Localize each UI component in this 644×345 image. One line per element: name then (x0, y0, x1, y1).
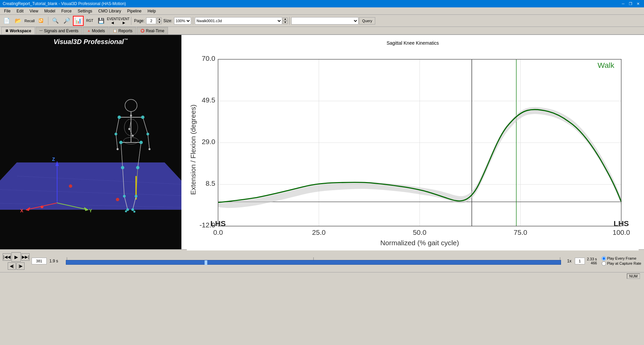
svg-point-6 (116, 198, 119, 201)
svg-point-42 (136, 166, 139, 169)
3d-viewport[interactable]: Visual3D Professional™ Z (0, 35, 181, 249)
svg-text:X: X (20, 208, 24, 213)
rgt-button[interactable]: RGT (84, 16, 95, 26)
event-next-button[interactable]: EVENT▶ (119, 16, 129, 26)
pipeline-button[interactable]: 🔁 (36, 16, 46, 26)
tab-reports[interactable]: 📋 Reports (109, 27, 136, 34)
play-every-frame-label: Play Every Frame (607, 256, 636, 260)
svg-text:0.0: 0.0 (213, 228, 223, 236)
svg-text:29.0: 29.0 (202, 138, 215, 145)
tab-models[interactable]: 🔺 Models (83, 27, 109, 34)
svg-point-13 (41, 206, 43, 208)
menu-view[interactable]: View (27, 8, 41, 14)
menu-model[interactable]: Model (42, 8, 58, 14)
svg-point-48 (117, 148, 119, 150)
signals-icon: 〰 (39, 29, 43, 33)
workspace-icon: 🖥 (5, 29, 8, 33)
svg-point-45 (130, 115, 132, 117)
zoom-button[interactable]: 🔎 (61, 16, 72, 26)
play-at-capture-radio[interactable] (602, 261, 606, 266)
svg-point-43 (123, 195, 126, 198)
tab-workspace-label: Workspace (10, 29, 31, 33)
play-every-frame-radio[interactable] (602, 256, 606, 261)
play-at-capture-label: Play at Capture Rate (607, 261, 641, 265)
file-down-btn[interactable]: ▼ (283, 21, 288, 24)
tab-signals[interactable]: 〰 Signals and Events (36, 27, 82, 34)
svg-point-52 (131, 208, 134, 211)
viewport-title: Visual3D Professional™ (53, 38, 128, 46)
svg-point-44 (135, 195, 137, 198)
menu-pipeline[interactable]: Pipeline (125, 8, 144, 14)
tab-models-label: Models (92, 29, 105, 33)
step-fwd-button[interactable]: |▶ (16, 262, 25, 270)
skip-end-button[interactable]: ▶▶| (22, 253, 30, 261)
recall-button[interactable]: Recall (24, 16, 35, 26)
bottom-bar: |◀◀ ▶ ▶▶| ◀| |▶ 1.9 s | | | 1x 2.33 s 46… (0, 249, 644, 272)
tab-realtime-label: Real-Time (146, 29, 164, 33)
chart-title: Sagittal Knee Kinematics (187, 40, 639, 46)
page-num-input[interactable] (575, 258, 585, 264)
window-title: CreatingReport_Tutorial_blank - Visual3D… (3, 1, 126, 6)
size-select[interactable]: 100% 75% 50% 150% (174, 17, 191, 25)
restore-button[interactable]: ❐ (627, 0, 634, 7)
scene-svg: Z X Y (0, 35, 181, 249)
tab-reports-label: Reports (118, 29, 132, 33)
save-button[interactable]: 💾 (96, 16, 106, 26)
status-bar: NUM (0, 272, 644, 279)
search-button[interactable]: 🔍 (50, 16, 61, 26)
scrubber-thumb[interactable] (205, 260, 207, 265)
new-button[interactable]: 📄 (1, 16, 12, 26)
play-button[interactable]: ▶ (11, 252, 21, 262)
svg-text:Normalized (% gait cycle): Normalized (% gait cycle) (380, 239, 459, 247)
page-down-btn[interactable]: ▼ (157, 21, 162, 24)
tab-workspace[interactable]: 🖥 Workspace (1, 27, 35, 34)
num-indicator: NUM (627, 273, 640, 279)
chart-panel: Sagittal Knee Kinematics (181, 35, 644, 249)
svg-point-53 (133, 211, 135, 213)
separator-4 (289, 17, 290, 25)
svg-marker-1 (0, 163, 181, 210)
menu-file[interactable]: File (1, 8, 13, 14)
svg-point-35 (118, 116, 121, 119)
event-prev-button[interactable]: EVENT◀ (107, 16, 118, 26)
minimize-button[interactable]: ─ (620, 0, 627, 7)
file-select[interactable]: Nwalk0001.c3d (195, 17, 282, 25)
menu-cmo-library[interactable]: CMO Library (96, 8, 124, 14)
query-button[interactable]: Query (359, 17, 375, 25)
insert-chart-button[interactable]: 📊 (73, 16, 84, 26)
menu-force[interactable]: Force (59, 8, 75, 14)
scrubber-track[interactable] (66, 260, 561, 265)
svg-rect-56 (187, 49, 639, 250)
frame-input[interactable] (32, 258, 47, 264)
tab-signals-label: Signals and Events (44, 29, 79, 33)
svg-point-37 (115, 133, 117, 135)
step-back-button[interactable]: ◀| (8, 262, 16, 270)
close-button[interactable]: ✕ (635, 0, 641, 7)
svg-point-39 (119, 141, 123, 144)
separator-2 (131, 17, 131, 25)
query-input[interactable] (291, 17, 358, 25)
play-every-frame-option[interactable]: Play Every Frame (602, 256, 641, 261)
svg-point-51 (125, 210, 127, 212)
page-label: Page: (134, 18, 144, 23)
menu-edit[interactable]: Edit (14, 8, 26, 14)
file-up-btn[interactable]: ▲ (283, 17, 288, 21)
size-label: Size: (163, 18, 172, 23)
title-bar: CreatingReport_Tutorial_blank - Visual3D… (0, 0, 644, 7)
tab-realtime[interactable]: ⭕ Real-Time (137, 27, 168, 34)
svg-point-50 (126, 208, 129, 211)
open-button[interactable]: 📂 (13, 16, 24, 26)
svg-point-36 (141, 116, 144, 119)
menu-bar: File Edit View Model Force Settings CMO … (0, 7, 644, 15)
svg-point-40 (139, 141, 143, 144)
page-input[interactable] (146, 17, 156, 24)
svg-text:Extension / Flexion (degrees): Extension / Flexion (degrees) (189, 104, 197, 195)
skip-start-button[interactable]: |◀◀ (3, 253, 11, 261)
chart-svg: 70.0 49.5 29.0 8.5 -12.0 0.0 25.0 50.0 7… (187, 48, 639, 251)
menu-settings[interactable]: Settings (75, 8, 95, 14)
play-at-capture-option[interactable]: Play at Capture Rate (602, 261, 641, 266)
page-up-btn[interactable]: ▲ (157, 17, 162, 21)
menu-help[interactable]: Help (145, 8, 159, 14)
toolbar: 📄 📂 Recall 🔁 🔍 🔎 📊 RGT 💾 EVENT◀ EVENT▶ P… (0, 15, 644, 27)
svg-point-38 (146, 133, 149, 135)
